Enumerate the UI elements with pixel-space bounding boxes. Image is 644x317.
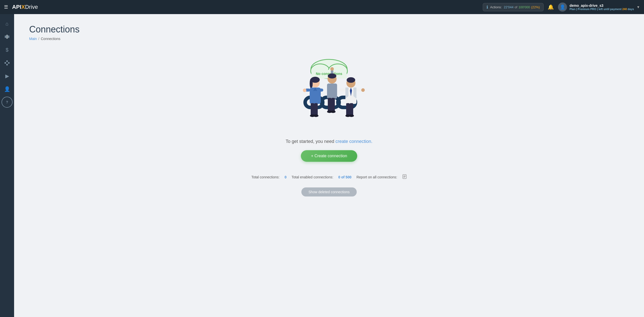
svg-rect-21: [318, 89, 323, 92]
stats-row: Total connections: 0 Total enabled conne…: [251, 174, 407, 180]
logo-api: API: [12, 4, 21, 10]
chevron-down-icon[interactable]: ▼: [636, 5, 640, 9]
svg-rect-4: [8, 62, 10, 64]
svg-rect-22: [311, 103, 314, 116]
bell-icon[interactable]: 🔔: [548, 4, 554, 10]
svg-point-37: [347, 77, 355, 83]
sidebar-item-connections[interactable]: [2, 31, 13, 42]
breadcrumb-separator: /: [38, 37, 39, 41]
create-connection-button[interactable]: + Create connection: [301, 150, 357, 162]
user-name: demo_apix-drive_s3: [570, 4, 634, 8]
svg-rect-45: [346, 103, 350, 116]
avatar-icon: 👤: [560, 4, 565, 10]
logo-drive: Drive: [25, 4, 38, 10]
svg-point-43: [361, 88, 365, 92]
breadcrumb-main-link[interactable]: Main: [29, 37, 37, 41]
sidebar-item-media[interactable]: ▶: [2, 70, 13, 82]
svg-rect-6: [6, 64, 8, 65]
svg-rect-0: [5, 35, 6, 38]
svg-rect-46: [350, 103, 353, 116]
cta-text: To get started, you need create connecti…: [286, 139, 372, 144]
show-deleted-connections-button[interactable]: Show deleted connections: [301, 187, 356, 196]
svg-rect-44: [339, 89, 345, 92]
content-center: No connections: [29, 51, 629, 202]
main-content: Connections Main / Connections No connec…: [14, 14, 644, 317]
svg-rect-33: [331, 98, 335, 112]
svg-point-25: [313, 114, 318, 117]
svg-rect-32: [328, 98, 331, 112]
total-connections-value: 0: [285, 175, 287, 179]
enabled-connections-label: Total enabled connections:: [292, 175, 333, 179]
svg-rect-2: [8, 35, 9, 38]
svg-rect-31: [327, 84, 337, 99]
svg-point-26: [303, 89, 306, 92]
report-icon[interactable]: [402, 174, 407, 180]
svg-point-48: [349, 114, 354, 117]
menu-icon[interactable]: ☰: [4, 4, 8, 10]
svg-rect-23: [314, 103, 318, 116]
svg-point-30: [328, 73, 336, 78]
logo-x: X: [21, 4, 25, 10]
illustration: No connections: [281, 56, 377, 131]
report-label: Report on all connections:: [356, 175, 397, 179]
logo: APIXDrive: [12, 4, 38, 10]
actions-label: Actions:: [490, 5, 502, 9]
svg-rect-5: [6, 60, 8, 62]
sidebar-item-home[interactable]: ⌂: [2, 18, 13, 29]
actions-used: 22'044 of 100'000 (22%): [504, 5, 540, 9]
sidebar-item-integrations[interactable]: [2, 57, 13, 68]
header: ☰ APIXDrive ℹ Actions: 22'044 of 100'000…: [0, 0, 644, 14]
actions-badge: ℹ Actions: 22'044 of 100'000 (22%): [483, 3, 544, 11]
svg-point-17: [310, 78, 313, 89]
info-icon: ℹ: [487, 5, 488, 10]
enabled-connections-value: 0 of 500: [338, 175, 351, 179]
page-title: Connections: [29, 24, 629, 35]
user-plan: Plan | Premium PRO | left until payment …: [570, 8, 634, 11]
breadcrumb: Main / Connections: [29, 37, 629, 41]
layout: ⌂ $ ▶ 👤 ? Connections Main / Conne: [0, 14, 644, 317]
sidebar-item-help[interactable]: ?: [2, 97, 13, 108]
svg-point-35: [331, 110, 336, 113]
user-details: demo_apix-drive_s3 Plan | Premium PRO | …: [570, 4, 634, 11]
breadcrumb-current: Connections: [41, 37, 60, 41]
header-actions: ℹ Actions: 22'044 of 100'000 (22%) 🔔 👤 d…: [483, 3, 640, 12]
total-connections-label: Total connections:: [251, 175, 279, 179]
svg-point-28: [330, 67, 334, 71]
sidebar-item-account[interactable]: 👤: [2, 84, 13, 95]
sidebar-item-billing[interactable]: $: [2, 44, 13, 55]
svg-rect-3: [5, 62, 6, 64]
avatar: 👤: [558, 3, 567, 12]
svg-rect-1: [7, 35, 8, 39]
sidebar: ⌂ $ ▶ 👤 ?: [0, 14, 14, 317]
create-connection-link[interactable]: create connection.: [336, 139, 373, 144]
user-info: 👤 demo_apix-drive_s3 Plan | Premium PRO …: [558, 3, 640, 12]
